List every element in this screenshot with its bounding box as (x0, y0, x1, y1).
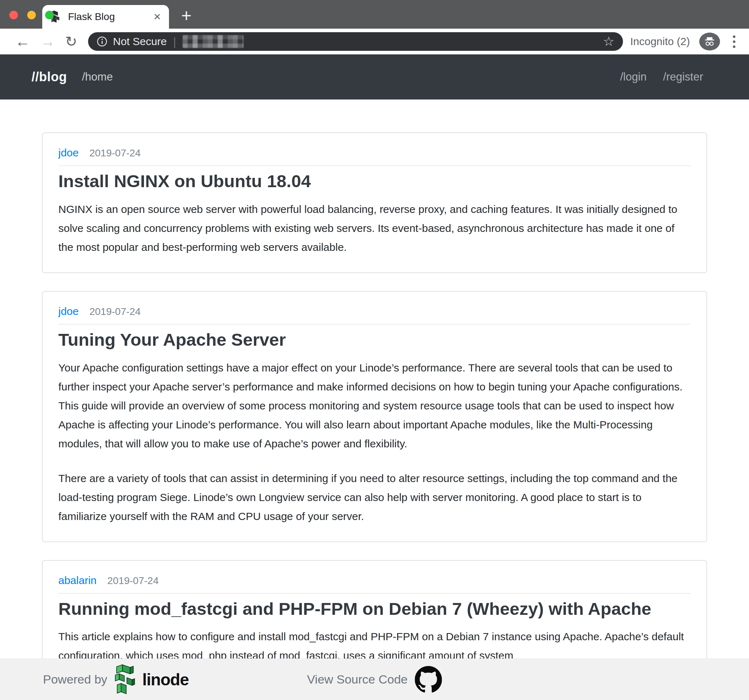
github-icon[interactable] (414, 666, 442, 693)
address-bar[interactable]: Not Secure | ☆ (88, 32, 623, 51)
window-minimize-button[interactable] (27, 11, 36, 19)
post-meta-divider (58, 593, 691, 594)
forward-icon[interactable]: → (35, 34, 60, 49)
navbar-link-home[interactable]: /home (82, 70, 113, 83)
post-title[interactable]: Tuning Your Apache Server (58, 329, 691, 350)
post-date: 2019-07-24 (107, 575, 159, 587)
linode-wordmark: linode (142, 670, 189, 689)
post-meta: jdoe 2019-07-24 (58, 147, 691, 159)
profile-area: Incognito (2) (630, 32, 739, 50)
post-card: jdoe 2019-07-24 Install NGINX on Ubuntu … (42, 133, 707, 273)
navbar-link-login[interactable]: /login (620, 70, 647, 83)
post-title[interactable]: Install NGINX on Ubuntu 18.04 (58, 171, 691, 192)
new-tab-icon[interactable]: + (181, 6, 191, 24)
browser-menu-icon[interactable] (729, 35, 739, 48)
browser-toolbar: ← → ↻ Not Secure | ☆ Incognito (2) (0, 29, 749, 54)
view-source-label: View Source Code (307, 673, 408, 686)
post-card: jdoe 2019-07-24 Tuning Your Apache Serve… (42, 291, 707, 542)
post-paragraph: NGINX is an open source web server with … (58, 200, 691, 256)
window-close-button[interactable] (9, 11, 18, 19)
post-meta: abalarin 2019-07-24 (58, 574, 691, 587)
post-paragraph: There are a variety of tools that can as… (58, 469, 691, 526)
post-meta: jdoe 2019-07-24 (58, 305, 691, 317)
window-zoom-button[interactable] (45, 11, 54, 19)
post-body: NGINX is an open source web server with … (58, 200, 691, 256)
omnibox-separator: | (173, 35, 176, 48)
not-secure-label: Not Secure (113, 35, 167, 47)
incognito-icon[interactable] (699, 32, 720, 50)
back-icon[interactable]: ← (10, 34, 35, 49)
reload-icon[interactable]: ↻ (60, 34, 83, 49)
page-footer: Powered by linode View Source Code (0, 659, 749, 700)
post-meta-divider (58, 165, 691, 166)
site-navbar: //blog /home /login /register (0, 54, 749, 99)
post-paragraph: Your Apache configuration settings have … (58, 358, 691, 453)
post-title[interactable]: Running mod_fastcgi and PHP-FPM on Debia… (58, 599, 691, 619)
window-controls (9, 11, 54, 19)
navbar-brand[interactable]: //blog (32, 69, 67, 84)
linode-logo-icon (113, 663, 137, 696)
navbar-right-links: /login /register (620, 70, 703, 83)
browser-tab[interactable]: Flask Blog ✕ (42, 5, 169, 29)
view-source-group[interactable]: View Source Code (307, 666, 442, 693)
post-date: 2019-07-24 (90, 306, 141, 317)
obscured-url (183, 35, 243, 48)
powered-by-label: Powered by (43, 673, 107, 686)
tab-title: Flask Blog (68, 11, 115, 23)
powered-by-group[interactable]: Powered by linode (43, 663, 189, 696)
tab-close-icon[interactable]: ✕ (153, 11, 161, 23)
post-author-link[interactable]: abalarin (58, 574, 97, 587)
post-author-link[interactable]: jdoe (58, 305, 79, 317)
browser-tabstrip: Flask Blog ✕ + (0, 0, 749, 29)
post-body: Your Apache configuration settings have … (58, 358, 691, 526)
post-list: jdoe 2019-07-24 Install NGINX on Ubuntu … (42, 133, 707, 682)
post-meta-divider (58, 324, 691, 325)
incognito-label: Incognito (2) (630, 35, 690, 47)
navbar-link-register[interactable]: /register (663, 70, 703, 83)
info-icon[interactable] (97, 36, 107, 47)
bookmark-star-icon[interactable]: ☆ (603, 34, 614, 49)
post-date: 2019-07-24 (90, 148, 141, 159)
post-author-link[interactable]: jdoe (58, 147, 79, 159)
